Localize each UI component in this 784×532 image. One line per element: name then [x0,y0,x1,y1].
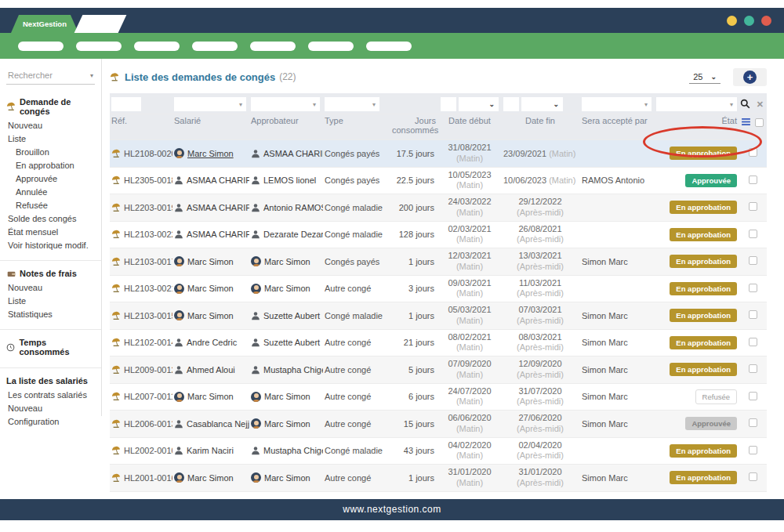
row-checkbox[interactable] [749,446,757,454]
row-checkbox[interactable] [749,418,757,427]
nav-pill[interactable] [134,42,180,51]
table-row[interactable]: HL2103-0022ASMAA CHARIFDezarate Dezarate… [110,221,767,248]
table-row[interactable]: HL2103-0021Marc SimonMarc SimonAutre con… [110,275,767,302]
request-ref[interactable]: HL2102-0014 [124,338,172,347]
search-input[interactable]: Rechercher ▾ [6,68,95,85]
row-checkbox[interactable] [749,392,757,400]
request-ref[interactable]: HL2103-0021 [124,284,172,293]
row-checkbox[interactable] [749,176,757,184]
minimize-dot[interactable] [727,16,737,26]
col-date-fin[interactable]: Date fin [502,114,580,140]
row-checkbox[interactable] [749,310,757,319]
date-fin-filter-input[interactable] [503,97,519,111]
type-filter-select[interactable]: ▾ [325,97,379,111]
approbateur-filter-select[interactable]: ▾ [251,97,320,111]
col-etat[interactable]: État [655,114,740,140]
row-checkbox[interactable] [749,472,757,481]
row-checkbox[interactable] [749,202,757,211]
table-row[interactable]: HL2001-0016Marc SimonMarc SimonAutre con… [110,465,767,492]
col-approbateur[interactable]: Approbateur [249,114,323,140]
request-ref[interactable]: HL2001-0016 [124,473,172,483]
clock-icon [6,343,15,352]
page-size-select[interactable]: 25 ⌄ [689,71,720,84]
nav-pill[interactable] [192,42,238,51]
request-ref[interactable]: HL2108-0020 [124,149,172,158]
sidebar-item[interactable]: Annulée [0,186,101,199]
sidebar-item[interactable]: Nouveau [0,119,101,132]
row-checkbox[interactable] [749,338,757,346]
search-icon[interactable] [740,99,750,110]
table-row[interactable]: HL2009-0012Ahmed AlouiMustapha ChigerAut… [110,356,767,384]
column-config-icon[interactable] [742,118,750,127]
sidebar-item[interactable]: Les contrats salariés [0,389,101,402]
table-row[interactable]: HL2305-0018ASMAA CHARIFLEMOS lionelCongé… [110,167,767,194]
salarie-name[interactable]: Marc Simon [187,149,234,158]
sidebar-item[interactable]: Brouillon [0,146,101,159]
sidebar-item[interactable]: Configuration [0,415,101,429]
nav-pill[interactable] [308,42,354,51]
sidebar-item[interactable]: Approuvée [0,172,101,186]
table-row[interactable]: HL2103-0015Marc SimonSuzette AubertCongé… [110,302,767,330]
nav-pill[interactable] [366,42,412,51]
request-ref[interactable]: HL2203-0019 [124,203,172,212]
sera-accepte-par: Simon Marc [582,392,628,401]
request-ref[interactable]: HL2002-0010 [124,446,172,455]
etat-filter-select[interactable]: ▾ [656,97,737,111]
sidebar-section-title[interactable]: Temps consommés [0,336,101,360]
sidebar-item[interactable]: État mensuel [0,226,101,239]
sidebar-item[interactable]: Voir historique modif. [0,239,101,252]
table-row[interactable]: HL2108-0020Marc SimonASMAA CHARIFCongés … [110,140,767,168]
col-salarie[interactable]: Salarié [172,114,249,140]
sidebar-section-title[interactable]: Demande de congés [0,96,101,119]
request-ref[interactable]: HL2007-0011 [124,392,172,401]
nav-pill[interactable] [250,42,296,51]
date-debut-filter-select[interactable]: ⌄ [459,97,499,111]
accepte-filter-select[interactable]: ▾ [582,97,652,111]
request-ref[interactable]: HL2103-0017 [124,257,172,266]
select-all-checkbox[interactable] [755,118,764,127]
nav-pill[interactable] [76,42,122,51]
row-checkbox[interactable] [749,230,757,238]
table-row[interactable]: HL2102-0014Andre CedricSuzette AubertAut… [110,329,767,356]
table-row[interactable]: HL2203-0019ASMAA CHARIFAntonio RAMOSCong… [110,194,767,222]
brand-tab[interactable]: NextGestion [11,15,78,33]
sidebar-item[interactable]: Statistiques [0,308,101,321]
col-accepte[interactable]: Sera accepté par [580,114,655,140]
ref-filter-input[interactable] [111,97,141,111]
row-checkbox[interactable] [749,256,757,265]
browser-tab[interactable] [74,15,127,33]
close-dot[interactable] [761,16,771,26]
table-row[interactable]: HL2002-0010Karim NaciriMustapha ChigerCo… [110,437,767,465]
col-ref[interactable]: Réf. [110,114,172,140]
sidebar-section-title[interactable]: La liste des salariés [0,375,101,389]
request-ref[interactable]: HL2006-0013 [124,419,172,429]
nav-pill[interactable] [18,42,64,51]
col-date-debut[interactable]: Date début [439,114,502,140]
sidebar-item[interactable]: Liste [0,295,101,308]
col-type[interactable]: Type [323,114,390,140]
request-ref[interactable]: HL2103-0015 [124,311,172,320]
sidebar-item[interactable]: Liste [0,132,101,146]
sidebar-item[interactable]: En approbation [0,159,101,172]
table-row[interactable]: HL2103-0017Marc SimonMarc SimonCongés pa… [110,248,767,276]
add-request-button[interactable]: + [743,71,757,84]
request-ref[interactable]: HL2103-0022 [124,230,172,239]
salarie-filter-select[interactable]: ▾ [174,97,246,111]
sidebar-item[interactable]: Nouveau [0,402,101,415]
row-checkbox[interactable] [749,148,757,157]
table-row[interactable]: HL2007-0011Marc SimonMarc SimonAutre con… [110,383,767,411]
request-ref[interactable]: HL2009-0012 [124,365,172,375]
row-checkbox[interactable] [749,364,757,373]
sidebar-section-title[interactable]: Notes de frais [0,267,101,281]
sidebar-item[interactable]: Nouveau [0,281,101,295]
col-jours[interactable]: Jours consommés [390,114,439,140]
row-checkbox[interactable] [749,284,757,292]
sidebar-item[interactable]: Solde des congés [0,212,101,226]
sidebar-item[interactable]: Refusée [0,199,101,212]
maximize-dot[interactable] [744,16,754,26]
clear-filter-icon[interactable]: ✕ [757,100,764,110]
date-fin-filter-select[interactable]: ⌄ [521,97,563,111]
date-debut-filter-input[interactable] [441,97,456,111]
table-row[interactable]: HL2006-0013Casablanca NejjariMarc SimonA… [110,411,767,438]
request-ref[interactable]: HL2305-0018 [124,176,172,185]
